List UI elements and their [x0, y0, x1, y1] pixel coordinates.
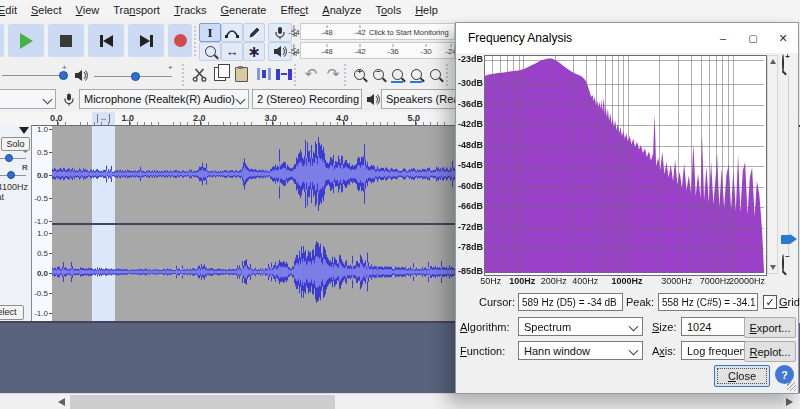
menu-transport[interactable]: Transport	[106, 1, 167, 21]
function-select[interactable]: Hann window	[518, 341, 643, 360]
envelope-tool-button[interactable]	[221, 23, 243, 42]
menu-view[interactable]: View	[69, 1, 107, 21]
algorithm-select[interactable]: Spectrum	[518, 317, 643, 336]
multitool-icon: ∗	[247, 47, 260, 57]
scroll-right-arrow[interactable]	[786, 398, 793, 406]
paste-button[interactable]	[232, 64, 251, 84]
draw-tool-button[interactable]	[243, 23, 265, 42]
trim-audio-button[interactable]	[254, 64, 273, 84]
toolbar-grip[interactable]	[344, 64, 349, 86]
track-pan-slider[interactable]	[0, 175, 26, 176]
zoom-in-vertical-button[interactable]: +	[782, 55, 784, 73]
recording-volume-thumb[interactable]	[59, 71, 68, 80]
speaker-icon	[366, 93, 380, 106]
multi-tool-button[interactable]: ∗	[243, 42, 265, 61]
track-control-panel[interactable]: Solo + R 44100Hz 32-bit float Select	[0, 125, 32, 321]
menu-effect[interactable]: Effect	[273, 1, 315, 21]
db-axis-label: -60dB	[458, 181, 483, 191]
track-select-button[interactable]: Select	[0, 305, 24, 320]
skip-to-end-button[interactable]	[128, 24, 164, 57]
track-gain-slider[interactable]	[0, 158, 26, 159]
grids-checkbox[interactable]: ✓	[763, 295, 777, 309]
audio-host-select[interactable]	[0, 89, 56, 109]
menu-tools[interactable]: Tools	[368, 1, 408, 21]
recording-meter[interactable]: -54-48-42Click to Start Monitoring	[300, 23, 455, 40]
frequency-axis-labels: 50Hz100Hz200Hz400Hz1000Hz3000Hz7000Hz200…	[484, 275, 765, 287]
zoom-tool-button[interactable]	[199, 42, 221, 61]
menu-edit[interactable]: Edit	[0, 1, 24, 21]
fit-project-button[interactable]	[407, 64, 426, 84]
track-pan-thumb[interactable]	[7, 171, 15, 179]
cut-button[interactable]	[190, 64, 209, 84]
replot-button[interactable]: Replot...	[744, 341, 796, 362]
toolbar-grip[interactable]	[294, 64, 299, 86]
zoom-out-vertical-button[interactable]: −	[782, 255, 784, 273]
maximize-button[interactable]: ▢	[738, 27, 768, 49]
close-button[interactable]: Close	[714, 365, 770, 387]
recording-channels-select[interactable]: 2 (Stereo) Recording Ch	[252, 89, 362, 109]
menu-select[interactable]: Select	[24, 1, 69, 21]
plot-vertical-scrollbar[interactable]	[767, 55, 778, 274]
track-collapse-icon[interactable]	[19, 127, 29, 134]
minimize-button[interactable]: –	[708, 27, 738, 49]
skip-start-icon	[100, 35, 113, 47]
play-button[interactable]	[8, 24, 44, 57]
db-axis-label: -78dB	[458, 242, 483, 252]
magnifier-icon	[205, 46, 216, 57]
zoom-in-button[interactable]: +	[350, 64, 369, 84]
recording-volume-slider[interactable]	[2, 75, 66, 76]
envelope-icon	[225, 27, 239, 39]
dialog-title-bar[interactable]: Frequency Analysis – ▢ ✕	[456, 23, 798, 53]
cursor-value[interactable]: 589 Hz (D5) = -34 dB	[518, 293, 623, 311]
undo-button[interactable]: ↶	[300, 64, 322, 84]
vertical-zoom-slider[interactable]	[788, 75, 789, 255]
stop-button[interactable]	[48, 24, 84, 57]
spectrum-plot[interactable]	[484, 55, 767, 276]
zoom-toggle-button[interactable]	[426, 64, 445, 84]
frequency-axis-label: 400Hz	[572, 276, 598, 286]
scroll-left-arrow[interactable]	[58, 398, 65, 406]
selection-tool-button[interactable]: I	[199, 23, 221, 42]
close-window-button[interactable]: ✕	[768, 27, 798, 49]
pause-button[interactable]	[0, 24, 4, 57]
db-axis-label: -72dB	[458, 222, 483, 232]
skip-to-start-button[interactable]	[88, 24, 124, 57]
zoom-out-icon: −	[373, 69, 384, 80]
help-icon: ?	[781, 369, 788, 381]
vertical-scale-ruler[interactable]: 1.00.50.0-0.5-1.01.00.50.0-0.5-1.0	[32, 125, 53, 321]
silence-audio-button[interactable]	[274, 64, 293, 84]
grids-label[interactable]: Grids	[779, 296, 800, 308]
copy-button[interactable]	[210, 64, 229, 84]
menu-tracks[interactable]: Tracks	[167, 1, 214, 21]
playback-volume-thumb[interactable]	[131, 72, 140, 81]
undo-icon: ↶	[305, 65, 318, 83]
recording-device-select[interactable]: Microphone (Realtek(R) Audio)	[79, 89, 249, 109]
record-button[interactable]	[168, 24, 192, 57]
toolbar-grip[interactable]	[182, 64, 187, 86]
fit-selection-button[interactable]	[388, 64, 407, 84]
menu-help[interactable]: Help	[408, 1, 445, 21]
vertical-ruler-label: 1.0	[37, 125, 48, 134]
zoom-out-button[interactable]: −	[369, 64, 388, 84]
redo-button[interactable]: ↷	[322, 64, 344, 84]
pencil-icon	[248, 26, 261, 39]
menu-analyze[interactable]: Analyze	[315, 1, 368, 21]
track-gain-thumb[interactable]	[5, 154, 13, 162]
horizontal-scrollbar[interactable]	[0, 393, 800, 409]
meter-monitor-hint[interactable]: Click to Start Monitoring	[369, 28, 449, 37]
scroll-down-arrow[interactable]	[770, 265, 776, 270]
timeshift-tool-button[interactable]: ↔	[221, 42, 243, 61]
playback-volume-slider[interactable]	[94, 76, 172, 77]
scrollbar-thumb[interactable]	[70, 395, 335, 409]
silence-icon	[276, 69, 292, 80]
resize-grip-icon[interactable]	[787, 382, 796, 391]
db-axis-label: -85dB	[458, 266, 483, 276]
peak-value[interactable]: 558 Hz (C#5) = -34.1	[658, 293, 758, 311]
playback-meter[interactable]: -54-48-42-36-30-24	[300, 42, 455, 59]
menu-generate[interactable]: Generate	[214, 1, 274, 21]
db-axis-label: -23dB	[458, 54, 483, 64]
export-button[interactable]: Export...	[744, 317, 796, 338]
frequency-axis-label: 50Hz	[480, 276, 501, 286]
zoom-toggle-icon	[430, 69, 441, 80]
scroll-up-arrow[interactable]	[770, 59, 776, 64]
